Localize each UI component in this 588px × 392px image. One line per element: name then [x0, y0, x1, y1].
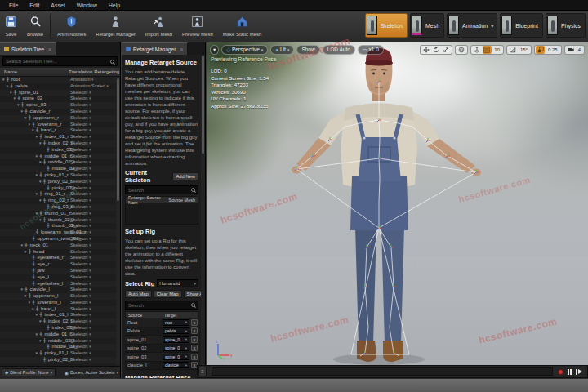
translation-retargeting-dropdown[interactable]: Animation Scaled ▾ — [70, 83, 109, 90]
anim-notifies-button[interactable]: Anim Notifies — [52, 11, 91, 42]
scale-snap-icon[interactable] — [536, 46, 545, 54]
import-mesh-button[interactable]: Import Mesh — [140, 11, 177, 42]
bone-row-spine_01[interactable]: ▾╋spine_01 Skeleton ▾ — [0, 90, 116, 96]
bone-row-middle_02_l[interactable]: ▾╋middle_02_l Skeleton ▾ — [0, 338, 116, 345]
translation-retargeting-dropdown[interactable]: Skeleton ▾ — [70, 338, 91, 345]
mode-tab-mesh[interactable]: Mesh — [410, 13, 444, 38]
translation-retargeting-dropdown[interactable]: Skeleton ▾ — [70, 344, 91, 350]
translation-retargeting-dropdown[interactable]: Skeleton ▾ — [70, 255, 91, 261]
translation-retargeting-dropdown[interactable]: Skeleton ▾ — [70, 166, 91, 172]
translation-retargeting-dropdown[interactable]: Skeleton ▾ — [70, 261, 91, 268]
viewport[interactable]: ▾ ◇Perspective▾ ●Lit▾ Show LOD Auto ▭x1.… — [207, 42, 588, 365]
rig-dropdown[interactable]: Humanoid ▾ — [157, 279, 198, 287]
translation-retargeting-dropdown[interactable]: Skeleton ▾ — [70, 90, 91, 96]
column-translation-retargeting[interactable]: Translation Retargeting — [69, 69, 119, 74]
scrollbar-thumb[interactable] — [117, 78, 119, 201]
bone-row-spine_03[interactable]: ▾╋spine_03 Skeleton ▾ — [0, 102, 116, 109]
translation-retargeting-dropdown[interactable]: Skeleton ▾ — [70, 140, 91, 147]
bone-row-middle_01_l[interactable]: ▾╋middle_01_l Skeleton ▾ — [0, 332, 116, 338]
translation-retargeting-dropdown[interactable]: Skeleton ▾ — [70, 185, 91, 192]
clear-mapping-button[interactable]: x — [191, 327, 198, 334]
menu-item-asset[interactable]: Asset — [45, 0, 71, 11]
clear-mapping-button[interactable]: x — [191, 319, 198, 326]
translation-retargeting-dropdown[interactable]: Skeleton ▾ — [70, 198, 91, 204]
timeline-track[interactable] — [212, 368, 553, 376]
snap-value[interactable]: 4 — [576, 47, 583, 52]
timeline-expand-button[interactable]: ≡ — [198, 367, 207, 376]
bone-row-clavicle_l[interactable]: ▾╋clavicle_l Skeleton ▾ — [0, 287, 116, 293]
bone-row-eyelashes_l[interactable]: ╋eyelashes_l Skeleton ▾ — [0, 281, 116, 287]
camera-icon[interactable] — [566, 46, 575, 54]
auto-map-button[interactable]: Auto Map — [125, 290, 152, 298]
bone-row-index_02_l[interactable]: ▾╋index_02_l Skeleton ▾ — [0, 318, 116, 325]
bone-row-thumb_02_r[interactable]: ▾╋thumb_02_r Skeleton ▾ — [0, 217, 116, 224]
bone-row-clavicle_r[interactable]: ▾╋clavicle_r Skeleton ▾ — [0, 109, 116, 115]
bone-row-index_01_r[interactable]: ▾╋index_01_r Skeleton ▾ — [0, 134, 116, 140]
screen-size-button[interactable]: ▭x1.0 — [358, 45, 384, 55]
bone-row-index_03_r[interactable]: ╋index_03_r Skeleton ▾ — [0, 147, 116, 154]
bone-row-root[interactable]: ▾╋root Animation ▾ — [0, 77, 116, 83]
translation-retargeting-dropdown[interactable]: Skeleton ▾ — [70, 274, 91, 281]
column-source-mesh[interactable]: Source Mesh — [167, 198, 198, 203]
bone-row-index_02_r[interactable]: ▾╋index_02_r Skeleton ▾ — [0, 140, 116, 147]
bone-row-index_03_l[interactable]: ╋index_03_l Skeleton ▾ — [0, 325, 116, 332]
perspective-button[interactable]: ◇Perspective▾ — [221, 45, 268, 55]
translation-retargeting-dropdown[interactable]: Skeleton ▾ — [70, 249, 91, 256]
translation-retargeting-dropdown[interactable]: Skeleton ▾ — [70, 147, 91, 154]
snap-value[interactable]: 15° — [518, 47, 530, 52]
translation-retargeting-dropdown[interactable]: Skeleton ▾ — [70, 159, 91, 166]
grid-snap-icon[interactable] — [483, 46, 492, 54]
mode-tab-skeleton[interactable]: Skeleton — [365, 13, 408, 38]
bone-row-upperarm_r[interactable]: ▾╋upperarm_r Skeleton ▾ — [0, 115, 116, 122]
bone-row-upperarm_l[interactable]: ▾╋upperarm_l Skeleton ▾ — [0, 293, 116, 300]
translation-retargeting-dropdown[interactable]: Skeleton ▾ — [70, 357, 91, 363]
bone-row-eye_r[interactable]: ╋eye_r Skeleton ▾ — [0, 261, 116, 268]
lod-auto-button[interactable]: LOD Auto — [323, 45, 355, 55]
bone-row-index_01_l[interactable]: ▾╋index_01_l Skeleton ▾ — [0, 312, 116, 318]
close-icon[interactable]: × — [48, 47, 51, 52]
translation-retargeting-dropdown[interactable]: Skeleton ▾ — [70, 293, 91, 300]
translation-retargeting-dropdown[interactable]: Skeleton ▾ — [70, 332, 91, 338]
translation-retargeting-dropdown[interactable]: Skeleton ▾ — [70, 102, 91, 109]
translation-retargeting-dropdown[interactable]: Skeleton ▾ — [70, 223, 91, 229]
bone-row-pinky_02_l[interactable]: ╋pinky_02_l Skeleton ▾ — [0, 357, 116, 363]
tree-column-headers[interactable]: Name Translation Retargeting — [0, 68, 120, 77]
translation-retargeting-dropdown[interactable]: Skeleton ▾ — [70, 134, 91, 140]
translation-retargeting-dropdown[interactable]: Skeleton ▾ — [70, 204, 91, 211]
translation-retargeting-dropdown[interactable]: Skeleton ▾ — [70, 127, 91, 134]
lit-button[interactable]: ●Lit▾ — [270, 45, 294, 55]
bone-row-pinky_03_r[interactable]: ╋pinky_03_r Skeleton ▾ — [0, 185, 116, 192]
column-target[interactable]: Target — [162, 313, 198, 318]
scale-icon[interactable] — [442, 46, 451, 54]
browse-button[interactable]: Browse — [22, 11, 48, 42]
bone-row-neck_01[interactable]: ▾╋neck_01 Skeleton ▾ — [0, 243, 116, 249]
target-bone-dropdown[interactable]: clavicle▾ — [163, 362, 189, 368]
tab-retarget-manager[interactable]: Retarget Manager × — [122, 42, 188, 55]
translation-retargeting-dropdown[interactable]: Skeleton ▾ — [70, 350, 91, 357]
bone-row-pinky_02_r[interactable]: ▾╋pinky_02_r Skeleton ▾ — [0, 179, 116, 185]
skeleton-tree-search[interactable]: Search Skeleton Tree... — [2, 56, 118, 66]
translation-retargeting-dropdown[interactable]: Skeleton ▾ — [70, 306, 91, 313]
add-new-button[interactable]: Add New — [172, 172, 198, 180]
bone-row-eyelashes_r[interactable]: ╋eyelashes_r Skeleton ▾ — [0, 255, 116, 261]
translation-retargeting-dropdown[interactable]: Skeleton ▾ — [70, 191, 91, 198]
show-button[interactable]: Show — [296, 45, 319, 55]
column-retarget-source-name[interactable]: Retarget Source Nam — [126, 195, 167, 205]
save-button[interactable]: Save — [0, 11, 22, 42]
translation-retargeting-dropdown[interactable]: Skeleton ▾ — [70, 211, 91, 217]
retarget-source-search[interactable]: Search — [125, 185, 198, 194]
rotate-icon[interactable] — [432, 46, 441, 54]
blend-profile-button[interactable]: ◆ Blend Profile: None ▾ — [2, 368, 56, 376]
bone-row-pelvis[interactable]: ▾╋pelvis Animation Scaled ▾ — [0, 83, 116, 90]
angle-snap-icon[interactable] — [508, 46, 517, 54]
tree-scrollbar[interactable] — [116, 77, 120, 365]
surface-snap-icon[interactable] — [473, 46, 482, 54]
mode-tab-blueprint[interactable]: Blueprint — [500, 13, 543, 38]
mode-tab-physics[interactable]: Physics — [546, 13, 586, 38]
translation-retargeting-dropdown[interactable]: Skeleton ▾ — [70, 325, 91, 332]
translation-retargeting-dropdown[interactable]: Skeleton ▾ — [70, 236, 91, 243]
bone-row-middle_03_l[interactable]: ╋middle_03_l Skeleton ▾ — [0, 344, 116, 350]
globe-icon[interactable] — [457, 46, 466, 54]
bone-row-middle_02_r[interactable]: ▾╋middle_02_r Skeleton ▾ — [0, 159, 116, 166]
snap-value[interactable]: 0.25 — [546, 47, 560, 52]
